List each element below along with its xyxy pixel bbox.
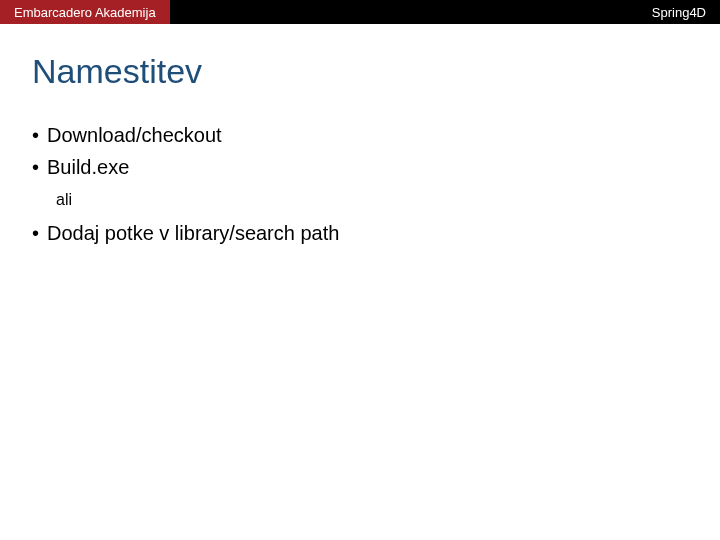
bullet-text: Build.exe: [47, 153, 129, 181]
header-right-text: Spring4D: [652, 5, 706, 20]
bullet-icon: •: [32, 219, 39, 247]
bullet-text: Dodaj potke v library/search path: [47, 219, 339, 247]
list-item: • Build.exe: [32, 153, 688, 181]
header-right-label: Spring4D: [652, 5, 706, 20]
slide-title: Namestitev: [32, 52, 688, 91]
bullet-list-1: • Download/checkout • Build.exe: [32, 121, 688, 181]
list-item: • Download/checkout: [32, 121, 688, 149]
separator-text: ali: [56, 191, 688, 209]
header-left-badge: Embarcadero Akademija: [0, 0, 170, 24]
bullet-text: Download/checkout: [47, 121, 222, 149]
bullet-icon: •: [32, 153, 39, 181]
slide-content: Namestitev • Download/checkout • Build.e…: [0, 24, 720, 279]
bullet-icon: •: [32, 121, 39, 149]
bullet-list-2: • Dodaj potke v library/search path: [32, 219, 688, 247]
header-bar: Embarcadero Akademija Spring4D: [0, 0, 720, 24]
header-left-text: Embarcadero Akademija: [14, 5, 156, 20]
list-item: • Dodaj potke v library/search path: [32, 219, 688, 247]
